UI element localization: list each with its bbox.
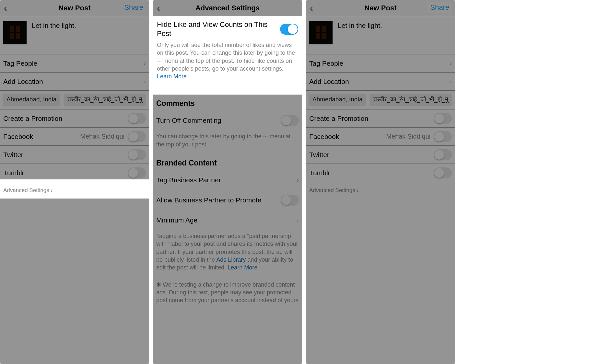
create-promotion-toggle[interactable] [434,113,452,124]
twitter-toggle[interactable] [434,149,452,160]
twitter-row[interactable]: Twitter [0,146,149,164]
header: ‹ New Post Share [0,0,149,16]
comments-section-header: Comments [153,95,302,110]
back-chevron-icon[interactable]: ‹ [157,3,160,14]
tag-people-label: Tag People [3,60,144,67]
page-title: Advanced Settings [195,4,260,12]
location-chips: Ahmedabad, India तस्वीर_का_रंग_चाहे_जो_भ… [0,91,149,109]
advanced-settings-label: Advanced Settings [309,187,355,194]
header: ‹ Advanced Settings [153,0,302,16]
facebook-account: Mehak Siddiqui [80,133,124,140]
advanced-settings-body: Comments Turn Off Commenting You can cha… [153,95,302,304]
location-chip[interactable]: Ahmedabad, India [309,94,366,106]
facebook-toggle[interactable] [128,131,146,142]
create-promotion-row[interactable]: Create a Promotion [306,109,455,128]
share-button[interactable]: Share [428,2,452,13]
turn-off-commenting-row[interactable]: Turn Off Commenting [153,110,302,131]
facebook-row[interactable]: Facebook Mehak Siddiqui [0,128,149,146]
twitter-row[interactable]: Twitter [306,146,455,164]
tag-people-row[interactable]: Tag People › [0,54,149,73]
chevron-right-icon: › [297,176,299,184]
advanced-settings-link[interactable]: Advanced Settings › [0,182,149,199]
hide-counts-setting: Hide Like and View Counts on This Post O… [153,16,302,85]
advanced-settings-link[interactable]: Advanced Settings › [306,182,455,199]
twitter-label: Twitter [309,151,434,159]
pane-new-post-2: ‹ New Post Share Let in the light. Tag P… [306,0,455,364]
tag-partner-label: Tag Business Partner [156,176,297,184]
share-button[interactable]: Share [122,2,146,13]
hide-counts-title: Hide Like and View Counts on This Post [157,20,276,38]
facebook-label: Facebook [309,133,386,141]
minimum-age-label: Minimum Age [156,216,297,224]
hide-counts-toggle[interactable] [280,24,298,35]
caption-text[interactable]: Let in the light. [32,21,76,29]
tumblr-toggle[interactable] [128,167,146,178]
branded-desc: Tagging a business partner adds a "paid … [153,230,302,277]
chevron-right-icon: › [297,217,299,224]
tumblr-label: Tumblr [3,169,128,177]
caption-row: Let in the light. [306,16,455,54]
chevron-right-icon: › [144,60,146,67]
branded-content-header: Branded Content [153,154,302,170]
post-thumbnail[interactable] [3,21,27,44]
add-location-label: Add Location [3,78,144,85]
location-chip[interactable]: तस्वीर_का_रंग_चाहे_जो_भी_हो_मु [64,94,146,106]
tag-partner-row[interactable]: Tag Business Partner › [153,170,302,190]
chevron-right-icon: › [144,78,146,85]
allow-promote-row[interactable]: Allow Business Partner to Promote [153,190,302,210]
tag-people-label: Tag People [309,60,450,67]
tumblr-label: Tumblr [309,169,434,177]
comments-desc: You can change this later by going to th… [153,131,302,154]
header: ‹ New Post Share [306,0,455,16]
minimum-age-row[interactable]: Minimum Age › [153,210,302,230]
chevron-right-icon: › [51,187,53,194]
ads-library-link[interactable]: Ads Library [216,256,246,263]
turn-off-commenting-label: Turn Off Commenting [156,117,281,124]
page-title: New Post [364,4,396,12]
allow-promote-toggle[interactable] [281,195,299,206]
facebook-toggle[interactable] [434,131,452,142]
learn-more-link[interactable]: Learn More [157,73,187,80]
pane-new-post-1: ‹ New Post Share Let in the light. Tag P… [0,0,149,364]
post-thumbnail[interactable] [309,21,333,44]
chevron-right-icon: › [357,187,359,194]
learn-more-link[interactable]: Learn More [228,264,257,271]
hide-counts-desc-text: Only you will see the total number of li… [157,42,295,72]
location-chips: Ahmedabad, India तस्वीर_का_रंग_चाहे_जो_भ… [306,91,455,109]
chevron-right-icon: › [450,60,452,67]
pane-advanced-settings: ‹ Advanced Settings Hide Like and View C… [153,0,302,364]
tag-people-row[interactable]: Tag People › [306,54,455,73]
create-promotion-label: Create a Promotion [3,115,128,122]
create-promotion-label: Create a Promotion [309,115,434,122]
twitter-toggle[interactable] [128,149,146,160]
location-chip[interactable]: Ahmedabad, India [3,94,60,106]
add-location-label: Add Location [309,78,450,85]
location-chip[interactable]: तस्वीर_का_रंग_चाहे_जो_भी_हो_मु [370,94,452,106]
chevron-right-icon: › [450,78,452,85]
turn-off-commenting-toggle[interactable] [281,115,299,126]
create-promotion-toggle[interactable] [128,113,146,124]
caption-row: Let in the light. [0,16,149,54]
tumblr-row[interactable]: Tumblr [306,164,455,182]
facebook-label: Facebook [3,133,80,141]
branded-test-note: ✱ We're testing a change to improve bran… [153,278,302,304]
tumblr-toggle[interactable] [434,167,452,178]
add-location-row[interactable]: Add Location › [306,73,455,91]
tumblr-row[interactable]: Tumblr [0,164,149,182]
back-chevron-icon[interactable]: ‹ [310,3,313,14]
facebook-row[interactable]: Facebook Mehak Siddiqui [306,128,455,146]
create-promotion-row[interactable]: Create a Promotion [0,109,149,128]
allow-promote-label: Allow Business Partner to Promote [156,196,281,204]
back-chevron-icon[interactable]: ‹ [4,3,7,14]
advanced-settings-label: Advanced Settings [3,187,49,194]
add-location-row[interactable]: Add Location › [0,73,149,91]
page-title: New Post [58,4,90,12]
caption-text[interactable]: Let in the light. [338,21,382,29]
hide-counts-desc: Only you will see the total number of li… [157,41,298,80]
twitter-label: Twitter [3,151,128,159]
facebook-account: Mehak Siddiqui [386,133,430,140]
